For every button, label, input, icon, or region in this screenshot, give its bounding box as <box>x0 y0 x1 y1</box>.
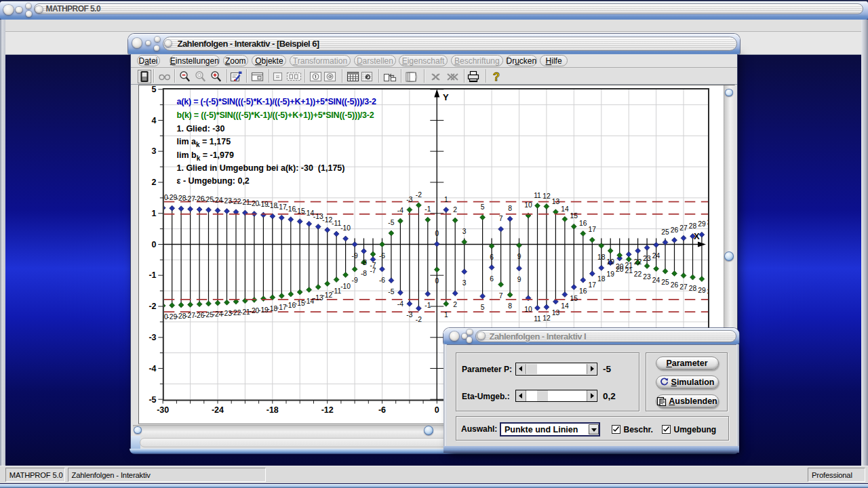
svg-text:-10: -10 <box>340 224 351 232</box>
svg-text:2: 2 <box>453 206 457 214</box>
svg-text:23: 23 <box>643 273 651 281</box>
svg-text:-8: -8 <box>361 259 367 266</box>
svg-text:13: 13 <box>552 309 560 317</box>
svg-text:Y: Y <box>443 92 449 102</box>
svg-text:-2: -2 <box>149 302 156 311</box>
svg-text:-1: -1 <box>425 302 431 309</box>
svg-text:-12: -12 <box>321 405 334 415</box>
svg-text:-18: -18 <box>267 405 279 415</box>
svg-text:5: 5 <box>152 85 157 94</box>
svg-text:22: 22 <box>634 270 642 278</box>
svg-text:19: 19 <box>606 270 614 278</box>
svg-text:8: 8 <box>508 302 512 310</box>
svg-text:1: 1 <box>152 209 157 218</box>
svg-text:-2: -2 <box>416 316 422 323</box>
svg-text:23: 23 <box>643 255 651 262</box>
svg-text:20: 20 <box>616 263 624 270</box>
svg-text:1. Glied in Umgebung bei a(k):: 1. Glied in Umgebung bei a(k): -30 (1,17… <box>177 163 345 173</box>
svg-text:b(k) = ((-5)*SIN(((-5)*K-1)/((: b(k) = ((-5)*SIN(((-5)*K-1)/((-5)+K+1))+… <box>177 110 374 120</box>
svg-text:29: 29 <box>698 287 706 294</box>
svg-text:27: 27 <box>679 224 688 232</box>
svg-text:19: 19 <box>606 258 614 266</box>
svg-text:2: 2 <box>453 301 457 308</box>
svg-text:-4: -4 <box>149 364 156 373</box>
svg-text:-5: -5 <box>149 395 156 405</box>
svg-text:22: 22 <box>634 258 642 266</box>
svg-text:17: 17 <box>589 281 597 289</box>
svg-text:-1: -1 <box>425 205 431 213</box>
svg-text:0: 0 <box>152 240 157 249</box>
svg-text:15: 15 <box>570 295 578 302</box>
svg-text:?: ? <box>493 70 500 83</box>
svg-text:5: 5 <box>481 203 485 211</box>
svg-text:0: 0 <box>435 405 439 415</box>
svg-text:15: 15 <box>570 212 578 220</box>
svg-text:1: 1 <box>444 196 448 203</box>
svg-text:-3: -3 <box>406 196 412 203</box>
svg-text:-4: -4 <box>397 207 403 214</box>
svg-text:-5: -5 <box>388 219 394 226</box>
svg-text:1. Glied: -30: 1. Glied: -30 <box>177 124 225 134</box>
svg-text:a(k) = (-(-5)*SIN(((-5)*K-1)/(: a(k) = (-(-5)*SIN(((-5)*K-1)/((-5)+K+1))… <box>177 97 377 106</box>
svg-text:25: 25 <box>661 279 669 286</box>
svg-text:-10: -10 <box>340 283 351 290</box>
svg-text:16: 16 <box>579 220 587 227</box>
svg-text:2: 2 <box>152 178 157 187</box>
svg-text:18: 18 <box>597 253 606 261</box>
svg-text:8: 8 <box>508 205 512 212</box>
svg-text:3: 3 <box>152 146 157 156</box>
svg-text:4: 4 <box>152 116 157 125</box>
svg-text:5: 5 <box>481 304 485 311</box>
svg-text:3: 3 <box>462 228 467 235</box>
svg-text:-2: -2 <box>416 191 422 199</box>
svg-text:-8: -8 <box>361 270 367 277</box>
svg-text:3: 3 <box>462 279 467 287</box>
svg-text:-9: -9 <box>352 252 358 260</box>
svg-text:18: 18 <box>597 275 606 283</box>
svg-text:27: 27 <box>679 283 688 291</box>
svg-text:-4: -4 <box>397 300 403 308</box>
svg-text:-6: -6 <box>379 252 385 260</box>
svg-text:-9: -9 <box>352 277 358 284</box>
svg-text:-1: -1 <box>149 270 156 280</box>
svg-text:6: 6 <box>490 275 494 283</box>
svg-text:10: 10 <box>524 306 532 313</box>
svg-text:-6: -6 <box>379 277 385 284</box>
svg-text:21: 21 <box>625 267 633 274</box>
svg-text:26: 26 <box>671 226 679 234</box>
svg-text:ε - Umgebung: 0,2: ε - Umgebung: 0,2 <box>177 176 250 186</box>
svg-text:-6: -6 <box>378 405 386 415</box>
svg-text:7: 7 <box>499 292 503 300</box>
svg-text:12: 12 <box>542 314 551 322</box>
svg-text:-3: -3 <box>406 311 412 319</box>
svg-text:6: 6 <box>490 253 494 261</box>
svg-text:10: 10 <box>524 201 532 209</box>
svg-text:9: 9 <box>517 276 521 283</box>
svg-text:13: 13 <box>552 198 560 205</box>
svg-text:29: 29 <box>698 220 706 228</box>
svg-text:28: 28 <box>689 222 697 230</box>
svg-text:9: 9 <box>517 253 521 260</box>
svg-text:17: 17 <box>589 226 597 233</box>
svg-text:-24: -24 <box>212 405 224 415</box>
svg-text:25: 25 <box>661 228 669 236</box>
svg-text:1: 1 <box>444 311 448 319</box>
svg-text:11: 11 <box>534 315 541 323</box>
svg-text:7: 7 <box>499 215 503 222</box>
svg-text:11: 11 <box>534 192 541 199</box>
svg-text:24: 24 <box>652 252 660 260</box>
svg-text:12: 12 <box>542 192 551 200</box>
svg-text:26: 26 <box>671 281 679 289</box>
svg-text:-7: -7 <box>370 262 376 269</box>
svg-text:14: 14 <box>561 302 569 310</box>
svg-text:-3: -3 <box>149 333 156 342</box>
svg-text:16: 16 <box>579 287 587 295</box>
svg-text:0: 0 <box>435 230 439 237</box>
svg-text:24: 24 <box>652 277 660 284</box>
svg-text:-5: -5 <box>388 288 394 296</box>
svg-text:0: 0 <box>435 277 439 285</box>
svg-text:-30: -30 <box>157 405 169 415</box>
svg-text:28: 28 <box>689 285 697 292</box>
svg-text:14: 14 <box>561 205 569 213</box>
